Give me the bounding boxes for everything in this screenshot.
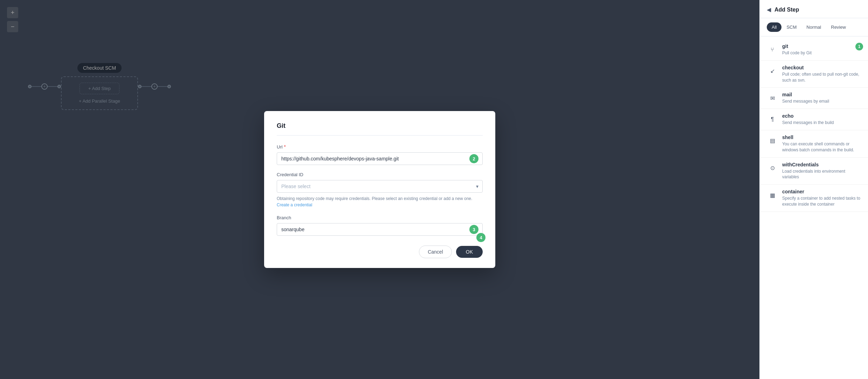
sidebar-item-mail-content: mailSend messages by email (782, 92, 861, 104)
git-modal: Git Url * 2 Credential ID Please select … (264, 111, 495, 268)
sidebar-item-mail-desc: Send messages by email (782, 98, 861, 104)
modal-title: Git (277, 122, 483, 136)
sidebar-item-withCredentials[interactable]: ⊙withCredentialsLoad credentials into en… (760, 158, 868, 185)
modal-footer: 4 Cancel OK (277, 246, 483, 258)
url-form-group: Url * 2 (277, 144, 483, 165)
sidebar-item-echo-content: echoSend messages in the build (782, 113, 861, 126)
sidebar-item-echo-name: echo (782, 113, 861, 119)
sidebar-tabs: AllSCMNormalReview (760, 18, 868, 36)
sidebar-item-echo[interactable]: ¶echoSend messages in the build (760, 109, 868, 130)
sidebar-item-shell-desc: You can execute shell commands or window… (782, 141, 861, 153)
sidebar-item-git-badge: 1 (855, 43, 863, 50)
sidebar-item-container[interactable]: ▦containerSpecify a container to add nes… (760, 185, 868, 212)
sidebar-item-checkout-desc: Pull code; often used to pull non-git co… (782, 71, 861, 83)
branch-input-wrapper: 3 (277, 223, 483, 236)
sidebar-item-checkout-name: checkout (782, 65, 861, 70)
sidebar-item-shell-content: shellYou can execute shell commands or w… (782, 135, 861, 153)
right-sidebar: ◀ Add Step AllSCMNormalReview ⑂gitPull c… (759, 0, 868, 379)
sidebar-item-container-desc: Specify a container to add nested tasks … (782, 195, 861, 207)
sidebar-item-container-content: containerSpecify a container to add nest… (782, 189, 861, 207)
mail-icon: ✉ (767, 92, 778, 104)
credential-select-wrapper: Please select ▾ (277, 180, 483, 193)
tab-scm[interactable]: SCM (781, 22, 801, 32)
sidebar-item-git[interactable]: ⑂gitPull code by Git1 (760, 39, 868, 61)
branch-label: Branch (277, 215, 483, 220)
tab-normal[interactable]: Normal (801, 22, 826, 32)
sidebar-header: ◀ Add Step (760, 0, 868, 18)
sidebar-item-checkout[interactable]: ↙checkoutPull code; often used to pull n… (760, 61, 868, 88)
git-icon: ⑂ (767, 44, 778, 55)
sidebar-item-git-name: git (782, 43, 861, 49)
sidebar-item-withCredentials-desc: Load credentials into environment variab… (782, 168, 861, 180)
branch-form-group: Branch 3 (277, 215, 483, 236)
sidebar-item-mail[interactable]: ✉mailSend messages by email (760, 88, 868, 109)
branch-input[interactable] (277, 223, 483, 236)
sidebar-item-withCredentials-content: withCredentialsLoad credentials into env… (782, 162, 861, 180)
shell-icon: ▤ (767, 135, 778, 146)
url-label: Url * (277, 144, 483, 150)
url-input[interactable] (277, 152, 483, 165)
sidebar-item-checkout-content: checkoutPull code; often used to pull no… (782, 65, 861, 83)
sidebar-items: ⑂gitPull code by Git1↙checkoutPull code;… (760, 36, 868, 379)
url-input-wrapper: 2 (277, 152, 483, 165)
sidebar-item-container-name: container (782, 189, 861, 194)
ok-button[interactable]: OK (456, 246, 483, 258)
credential-label: Credential ID (277, 172, 483, 177)
url-step-badge: 2 (469, 154, 478, 163)
sidebar-item-git-desc: Pull code by Git (782, 50, 861, 56)
cancel-button[interactable]: Cancel (419, 246, 452, 258)
checkout-icon: ↙ (767, 66, 778, 77)
container-icon: ▦ (767, 190, 778, 201)
credential-select[interactable]: Please select (277, 180, 483, 193)
create-credential-link[interactable]: Create a credential (277, 202, 312, 207)
sidebar-item-git-content: gitPull code by Git (782, 43, 861, 56)
tab-review[interactable]: Review (826, 22, 851, 32)
credential-hint: Obtaining repository code may require cr… (277, 195, 483, 208)
modal-overlay: Git Url * 2 Credential ID Please select … (0, 0, 759, 379)
url-required: * (284, 144, 286, 150)
with-creds-icon: ⊙ (767, 163, 778, 174)
branch-step-badge: 3 (469, 225, 478, 234)
sidebar-item-withCredentials-name: withCredentials (782, 162, 861, 167)
sidebar-item-shell[interactable]: ▤shellYou can execute shell commands or … (760, 130, 868, 158)
ok-step-badge: 4 (476, 233, 485, 242)
tab-all[interactable]: All (767, 22, 781, 32)
sidebar-item-echo-desc: Send messages in the build (782, 120, 861, 126)
sidebar-item-shell-name: shell (782, 135, 861, 140)
sidebar-item-mail-name: mail (782, 92, 861, 97)
credential-form-group: Credential ID Please select ▾ Obtaining … (277, 172, 483, 208)
back-button[interactable]: ◀ (767, 6, 771, 13)
echo-icon: ¶ (767, 114, 778, 125)
sidebar-title: Add Step (774, 7, 799, 13)
